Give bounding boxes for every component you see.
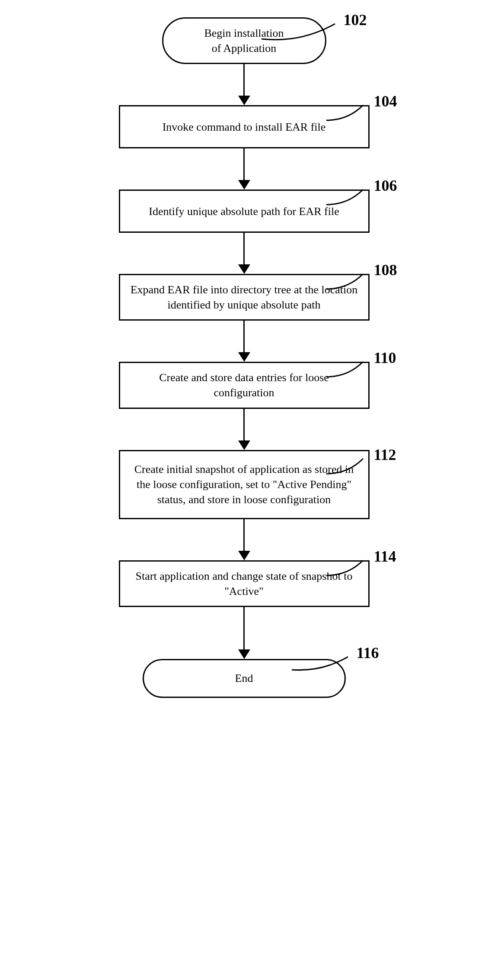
label-110: 110 bbox=[374, 349, 396, 367]
process-invoke-command: Invoke command to install EAR file bbox=[119, 105, 370, 148]
arrow-line bbox=[243, 519, 245, 551]
node-text: Identify unique absolute path for EAR fi… bbox=[149, 204, 339, 219]
arrow-3 bbox=[238, 233, 250, 274]
arrow-line bbox=[243, 148, 245, 180]
node-text: Begin installationof Application bbox=[204, 26, 284, 56]
arrow-head-icon bbox=[238, 649, 250, 659]
node-text: Start application and change state of sn… bbox=[131, 569, 358, 599]
process-start-application: Start application and change state of sn… bbox=[119, 560, 370, 607]
label-108: 108 bbox=[374, 261, 397, 279]
label-102: 102 bbox=[344, 11, 367, 29]
flowchart-container: Begin installationof Application 102 Inv… bbox=[50, 17, 439, 698]
process-create-snapshot: Create initial snapshot of application a… bbox=[119, 450, 370, 519]
arrow-6 bbox=[238, 519, 250, 560]
label-112: 112 bbox=[374, 446, 396, 464]
arrow-7 bbox=[238, 607, 250, 659]
terminator-end: End bbox=[143, 659, 346, 698]
arrow-line bbox=[243, 409, 245, 440]
arrow-head-icon bbox=[238, 264, 250, 274]
arrow-5 bbox=[238, 409, 250, 450]
label-116: 116 bbox=[357, 644, 379, 662]
node-wrapper-114: Start application and change state of sn… bbox=[50, 560, 439, 607]
node-wrapper-106: Identify unique absolute path for EAR fi… bbox=[50, 190, 439, 233]
arrow-head-icon bbox=[238, 96, 250, 105]
node-wrapper-104: Invoke command to install EAR file 104 bbox=[50, 105, 439, 148]
node-wrapper-102: Begin installationof Application 102 bbox=[50, 17, 439, 64]
arrow-1 bbox=[238, 64, 250, 105]
node-wrapper-116: End 116 bbox=[50, 659, 439, 698]
arrow-2 bbox=[238, 148, 250, 190]
arrow-head-icon bbox=[238, 180, 250, 190]
arrow-4 bbox=[238, 321, 250, 362]
node-wrapper-108: Expand EAR file into directory tree at t… bbox=[50, 274, 439, 321]
arrow-head-icon bbox=[238, 440, 250, 450]
label-106: 106 bbox=[374, 177, 397, 195]
node-text: Create initial snapshot of application a… bbox=[131, 462, 358, 507]
label-114: 114 bbox=[374, 547, 396, 566]
node-text: Expand EAR file into directory tree at t… bbox=[131, 282, 358, 312]
node-wrapper-110: Create and store data entries for loose … bbox=[50, 362, 439, 408]
terminator-begin: Begin installationof Application bbox=[162, 17, 326, 64]
process-expand-ear: Expand EAR file into directory tree at t… bbox=[119, 274, 370, 321]
node-wrapper-112: Create initial snapshot of application a… bbox=[50, 450, 439, 519]
arrow-line bbox=[243, 321, 245, 352]
arrow-line bbox=[243, 64, 245, 96]
process-create-store-data: Create and store data entries for loose … bbox=[119, 362, 370, 408]
node-text: Invoke command to install EAR file bbox=[163, 119, 326, 135]
arrow-head-icon bbox=[238, 352, 250, 362]
arrow-head-icon bbox=[238, 551, 250, 560]
node-text: End bbox=[235, 671, 253, 686]
process-identify-path: Identify unique absolute path for EAR fi… bbox=[119, 190, 370, 233]
arrow-line bbox=[243, 607, 245, 649]
arrow-line bbox=[243, 233, 245, 264]
node-text: Create and store data entries for loose … bbox=[131, 370, 358, 400]
label-104: 104 bbox=[374, 92, 397, 110]
